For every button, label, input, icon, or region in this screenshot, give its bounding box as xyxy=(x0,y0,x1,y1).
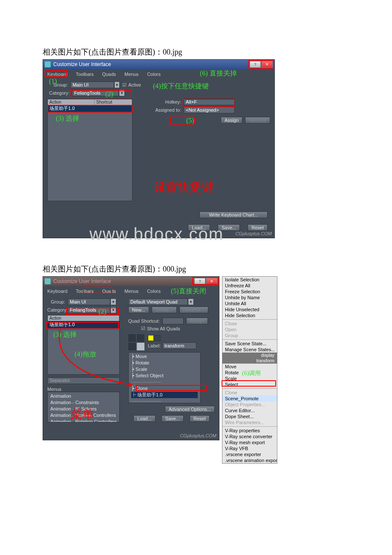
popup-item[interactable]: V-Ray scene converter xyxy=(222,434,277,439)
popup-item[interactable]: V-Ray VFB xyxy=(222,445,277,451)
group-drop-2[interactable]: ▼ xyxy=(110,298,116,305)
category-select[interactable]: FeilangTools xyxy=(72,90,119,96)
rename-button[interactable]: Rename... xyxy=(179,306,209,313)
advanced-button[interactable]: Advanced Options... xyxy=(165,406,215,413)
popup-item[interactable]: Save Scene State... xyxy=(222,341,277,347)
menus-listbox[interactable]: AnimationAnimation - ConstraintsAnimatio… xyxy=(47,392,120,422)
tab-quads[interactable]: Quads xyxy=(101,71,118,78)
label-input[interactable]: transform xyxy=(162,342,196,349)
app-icon xyxy=(45,61,51,67)
tree-item[interactable]: ┝ Move xyxy=(131,353,198,360)
help-button[interactable]: ? xyxy=(250,61,261,68)
reset-button[interactable]: Reset xyxy=(248,224,268,231)
group-select-2[interactable]: Main UI xyxy=(68,298,110,305)
popup-item[interactable]: .vrscene animation exporter xyxy=(222,457,277,463)
popup-item: Open xyxy=(222,327,277,332)
category-select-2[interactable]: FeilangTools xyxy=(68,306,110,313)
app-icon-2 xyxy=(45,278,51,284)
tab-quads-2[interactable]: Quads xyxy=(101,288,118,295)
show-all-check[interactable]: Show All Quads xyxy=(147,326,180,331)
action-listbox[interactable]: Action Shortcut 场景助手1.0 xyxy=(47,99,133,201)
close-button[interactable]: ✕ xyxy=(262,61,273,68)
popup-item[interactable]: Dope Sheet... xyxy=(222,413,277,419)
popup-item[interactable]: Freeze Selection xyxy=(222,289,277,295)
remove-button[interactable]: Remove xyxy=(245,117,270,124)
new-button[interactable]: New... xyxy=(128,306,149,313)
tabs-2: Keyboard Toolbars Quads Menus Colors xyxy=(43,286,219,295)
action-item-2[interactable]: 场景助手1.0 xyxy=(48,321,119,328)
tab-menus-2[interactable]: Menus xyxy=(123,288,140,295)
action-item[interactable]: 场景助手1.0 xyxy=(48,105,132,112)
action-listbox-2[interactable]: Action 场景助手1.0 xyxy=(47,315,120,375)
popup-item[interactable]: Isolate Selection xyxy=(222,277,277,283)
menus-header: Menus xyxy=(47,387,120,392)
tab-toolbars-2[interactable]: Toolbars xyxy=(74,288,95,295)
load-button-2[interactable]: Load... xyxy=(133,415,156,422)
tab-colors-2[interactable]: Colors xyxy=(145,288,162,295)
help-button-2[interactable]: ? xyxy=(194,278,205,285)
quad-drop[interactable]: ▼ xyxy=(188,298,194,305)
swatch-yellow[interactable] xyxy=(148,335,154,341)
tab-colors[interactable]: Colors xyxy=(145,71,162,78)
popup-item[interactable]: Rotate xyxy=(222,370,277,376)
tree-item[interactable]: ┝ Rotate xyxy=(131,360,198,366)
assign-button[interactable]: Assign xyxy=(221,117,242,124)
category-drop-2[interactable]: ▼ xyxy=(110,306,116,313)
popup-item[interactable]: Manage Scene States... xyxy=(222,347,277,353)
menu-item[interactable]: Animation xyxy=(50,393,117,399)
category-label: Category: xyxy=(47,90,72,95)
tab-keyboard-2[interactable]: Keyboard xyxy=(46,288,69,295)
tab-toolbars[interactable]: Toolbars xyxy=(74,71,95,78)
tab-keyboard[interactable]: Keyboard xyxy=(46,71,69,78)
dialog-title-2: Customize User Interface xyxy=(53,278,111,284)
popup-item[interactable]: V-Ray properties xyxy=(222,428,277,434)
swatch-dark[interactable] xyxy=(155,335,161,341)
popup-item[interactable]: Unhide All xyxy=(222,301,277,306)
menu-item[interactable]: Animation - Position Controllers xyxy=(50,412,117,419)
delete-button[interactable]: Delete... xyxy=(152,306,177,313)
close-button-2[interactable]: ✕ xyxy=(206,278,217,285)
popup-item[interactable]: Move xyxy=(222,364,277,370)
hotkey-input[interactable]: Alt+F xyxy=(184,98,235,105)
tree-item[interactable]: ┝ Clone xyxy=(131,385,198,392)
popup-item[interactable]: Unfreeze All xyxy=(222,283,277,289)
popup-item[interactable]: Unhide by Name xyxy=(222,295,277,301)
group-drop-icon[interactable]: ▼ xyxy=(114,81,120,88)
write-chart-button[interactable]: Write Keyboard Chart... xyxy=(199,211,268,218)
popup-item[interactable]: Hide Unselected xyxy=(222,306,277,312)
quad-grid[interactable] xyxy=(128,334,144,350)
active-check[interactable]: Active xyxy=(128,82,141,87)
popup-item[interactable]: Scale xyxy=(222,376,277,382)
tabs: Keyboard Toolbars Quads Menus Colors xyxy=(43,69,274,78)
quad-shortcut-input[interactable] xyxy=(162,318,184,324)
menu-item[interactable]: Animation - Constraints xyxy=(50,399,117,406)
group-select[interactable]: Main UI xyxy=(70,81,114,88)
assign-button-2[interactable]: Assign xyxy=(186,318,208,324)
tree-item[interactable]: ┝ 场景助手1.0 xyxy=(131,392,198,398)
reset-button-2[interactable]: Reset xyxy=(190,415,210,422)
branding-2: CGplusplus.COM xyxy=(180,433,216,438)
list-header: Action Shortcut xyxy=(48,99,132,105)
save-button-2[interactable]: Save... xyxy=(161,415,184,422)
popup-item[interactable]: Select xyxy=(222,382,277,387)
category-drop-icon[interactable]: ▼ xyxy=(119,90,125,96)
menu-item[interactable]: Animation - IK Solvers xyxy=(50,406,117,412)
dialog-keyboard: Customize User Interface ? ✕ Keyboard To… xyxy=(43,59,275,238)
popup-item[interactable]: Curve Editor... xyxy=(222,408,277,413)
quad-select[interactable]: Default Viewport Quad xyxy=(128,298,188,305)
menu-item[interactable]: Animation - Rotation Controllers xyxy=(50,419,117,422)
quad-tree[interactable]: ┝ Move┝ Rotate┝ Scale┝ Select Object────… xyxy=(128,352,201,403)
popup-item-scene[interactable]: Scene_Promote xyxy=(222,396,277,402)
popup-header: transform xyxy=(222,358,277,364)
popup-item[interactable]: Hide Selection xyxy=(222,312,277,318)
popup-item[interactable]: V-Ray mesh export xyxy=(222,439,277,445)
tree-item[interactable]: ┝ Select Object xyxy=(131,373,198,379)
titlebar: Customize User Interface ? ✕ xyxy=(43,60,274,69)
caption-2: 相关图片如下(点击图片查看原图)：000.jpg xyxy=(43,264,349,274)
tree-item[interactable]: ┝ Scale xyxy=(131,366,198,373)
col-action: Action xyxy=(48,99,95,105)
separator-box[interactable]: Separator xyxy=(47,377,120,384)
tab-menus[interactable]: Menus xyxy=(123,71,140,78)
popup-item[interactable]: .vrscene exporter xyxy=(222,451,277,457)
quad-popup-menu[interactable]: Isolate SelectionUnfreeze AllFreeze Sele… xyxy=(222,276,277,464)
